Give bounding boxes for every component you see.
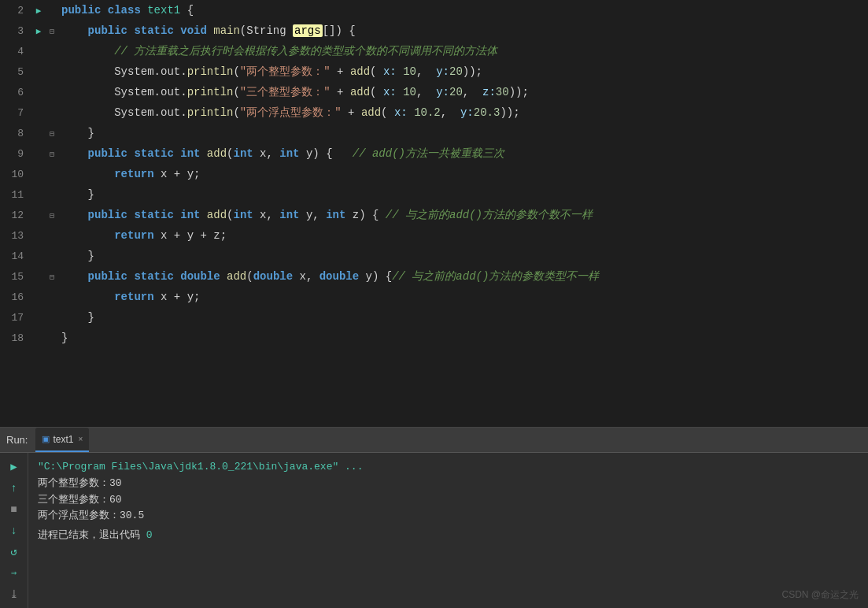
run-output: "C:\Program Files\Java\jdk1.8.0_221\bin\… [28, 453, 868, 551]
line-number: 13 [0, 226, 31, 247]
line-number: 17 [0, 308, 31, 328]
kw-token: public static void [61, 24, 213, 37]
plain-token [397, 86, 403, 98]
line-number: 12 [0, 206, 31, 226]
kw-type-token: double [253, 270, 293, 283]
run-output-container: "C:\Program Files\Java\jdk1.8.0_221\bin\… [28, 453, 868, 608]
class-name-token: text1 [147, 4, 180, 17]
line-content: } [58, 307, 868, 328]
code-lines: 2▶public class text1 {3▶⊟ public static … [0, 0, 868, 427]
code-line: 11 } [0, 184, 868, 205]
plain-token: } [61, 332, 68, 344]
kw-token: public static [61, 270, 180, 283]
kw-type-token: int [326, 209, 345, 221]
line-content: System.out.println("两个浮点型参数：" + add( x: … [58, 102, 868, 123]
scroll-down-button[interactable]: ↓ [3, 521, 25, 539]
param-label-token: y: [460, 106, 474, 119]
exit-code: 0 [146, 529, 153, 541]
code-line: 9⊟ public static int add(int x, int y) {… [0, 143, 868, 164]
line-arrow[interactable]: ▶ [31, 1, 46, 21]
kw-type-token: int [233, 147, 253, 160]
fold-icon[interactable]: ⊟ [46, 124, 58, 145]
scroll-up-button[interactable]: ↑ [3, 479, 25, 497]
run-content: ▶ ↑ ■ ↓ ↺ ⇒ ⤓ "C:\Program Files\Java\jdk… [0, 453, 868, 608]
plain-token: } [61, 250, 94, 262]
bottom-panel: Run: ▣ text1 × ▶ ↑ ■ ↓ ↺ ⇒ ⤓ "C:\Program… [0, 427, 868, 608]
plain-token: (String [240, 24, 293, 37]
plain-token: )); [463, 65, 482, 78]
fold-icon[interactable]: ⊟ [46, 22, 58, 43]
str-token: "三个整型参数：" [240, 86, 331, 98]
line-content: System.out.println("两个整型参数：" + add( x: 1… [58, 61, 868, 82]
run-tab[interactable]: ▣ text1 × [35, 428, 89, 452]
kw-token: public static [61, 147, 180, 160]
plain-token: } [61, 311, 94, 324]
param-label-token: y: [436, 65, 449, 78]
plain-token: , [463, 86, 482, 98]
more-button[interactable]: ⤓ [3, 585, 25, 603]
fold-icon[interactable]: ⊟ [46, 206, 58, 227]
comment-cn-token: // 与之前的add()方法的参数类型不一样 [392, 270, 599, 283]
stop-button[interactable]: ■ [3, 500, 25, 518]
fn-token: println [187, 86, 234, 98]
plain-token: x, [253, 147, 280, 160]
fn-token: add [361, 106, 381, 119]
output-line: 三个整型参数：60 [38, 492, 859, 509]
scroll-end-button[interactable]: ⇒ [3, 564, 25, 582]
plain-token: ( [233, 65, 239, 78]
tab-close-button[interactable]: × [78, 435, 83, 443]
line-number: 9 [0, 144, 31, 165]
code-line: 7 System.out.println("两个浮点型参数：" + add( x… [0, 102, 868, 123]
plain-token: System.out. [61, 106, 187, 119]
kw-token: public class [61, 4, 147, 17]
plain-token: []) { [323, 24, 356, 37]
line-content: return x + y + z; [58, 225, 868, 246]
code-line: 17 } [0, 307, 868, 328]
param-value-token: 10 [403, 65, 416, 78]
line-content: System.out.println("三个整型参数：" + add( x: 1… [58, 82, 868, 102]
param-label-token: x: [383, 65, 397, 78]
code-line: 12⊟ public static int add(int x, int y, … [0, 205, 868, 225]
kw-token: public static [61, 209, 180, 221]
kw-type-token: double [319, 270, 359, 283]
plain-token [220, 270, 227, 283]
code-line: 4 // 方法重载之后执行时会根据传入参数的类型或个数的不同调用不同的方法体 [0, 41, 868, 61]
code-line: 2▶public class text1 { [0, 0, 868, 20]
plain-token: } [61, 188, 94, 201]
param-label-token: x: [383, 86, 397, 98]
code-line: 15⊟ public static double add(double x, d… [0, 266, 868, 287]
kw-token: return [61, 291, 154, 303]
plain-token: , [416, 86, 436, 98]
code-line: 3▶⊟ public static void main(String args[… [0, 20, 868, 41]
kw-type-token: int [279, 209, 299, 221]
plain-token: ( [233, 86, 239, 98]
reload-button[interactable]: ↺ [3, 543, 25, 561]
plain-token: x, [253, 209, 280, 221]
fold-icon[interactable]: ⊟ [46, 268, 58, 288]
fn-token: add [227, 270, 246, 283]
fold-icon[interactable]: ⊟ [46, 145, 58, 165]
line-number: 2 [0, 1, 31, 21]
plain-token [408, 106, 414, 119]
run-button[interactable]: ▶ [3, 458, 25, 476]
param-label-token: z: [482, 86, 496, 98]
param-value-token: 10.2 [414, 106, 441, 119]
comment-cn-token: // 与之前的add()方法的参数个数不一样 [386, 209, 593, 221]
run-toolbar: ▶ ↑ ■ ↓ ↺ ⇒ ⤓ [0, 453, 28, 608]
plain-token: ( [381, 106, 394, 119]
plain-token: y) { [300, 147, 353, 160]
fn-token: add [350, 65, 370, 78]
line-number: 16 [0, 287, 31, 308]
str-token: "两个浮点型参数：" [240, 106, 342, 119]
plain-token: x + y + z; [154, 229, 227, 242]
code-line: 16 return x + y; [0, 287, 868, 307]
plain-token: System.out. [61, 65, 187, 78]
plain-token: y, [300, 209, 327, 221]
tab-name: text1 [53, 434, 73, 445]
line-number: 10 [0, 165, 31, 185]
plain-token: , [441, 106, 460, 119]
comment-cn-token: // add()方法一共被重载三次 [353, 147, 504, 160]
param-label-token: y: [436, 86, 449, 98]
line-number: 14 [0, 247, 31, 267]
line-arrow[interactable]: ▶ [31, 21, 46, 42]
